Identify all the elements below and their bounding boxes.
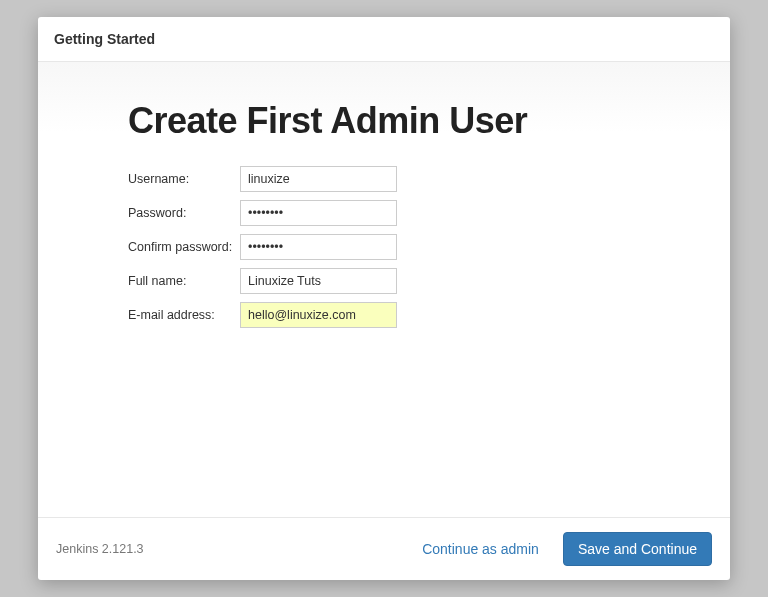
row-full-name: Full name: [128,268,700,294]
modal-title: Getting Started [54,31,714,47]
full-name-field[interactable] [240,268,397,294]
row-email: E-mail address: [128,302,700,328]
label-confirm-password: Confirm password: [128,240,240,254]
modal-footer: Jenkins 2.121.3 Continue as admin Save a… [38,517,730,580]
password-field[interactable] [240,200,397,226]
username-field[interactable] [240,166,397,192]
label-full-name: Full name: [128,274,240,288]
row-username: Username: [128,166,700,192]
save-and-continue-button[interactable]: Save and Continue [563,532,712,566]
setup-wizard-modal: Getting Started Create First Admin User … [38,17,730,580]
label-password: Password: [128,206,240,220]
confirm-password-field[interactable] [240,234,397,260]
modal-header: Getting Started [38,17,730,62]
version-text: Jenkins 2.121.3 [56,542,398,556]
label-username: Username: [128,172,240,186]
content-wrapper: Create First Admin User Username: Passwo… [38,62,730,356]
continue-as-admin-button[interactable]: Continue as admin [408,533,553,565]
modal-body: Create First Admin User Username: Passwo… [38,62,730,517]
email-field[interactable] [240,302,397,328]
row-password: Password: [128,200,700,226]
label-email: E-mail address: [128,308,240,322]
row-confirm-password: Confirm password: [128,234,700,260]
page-title: Create First Admin User [128,100,700,142]
